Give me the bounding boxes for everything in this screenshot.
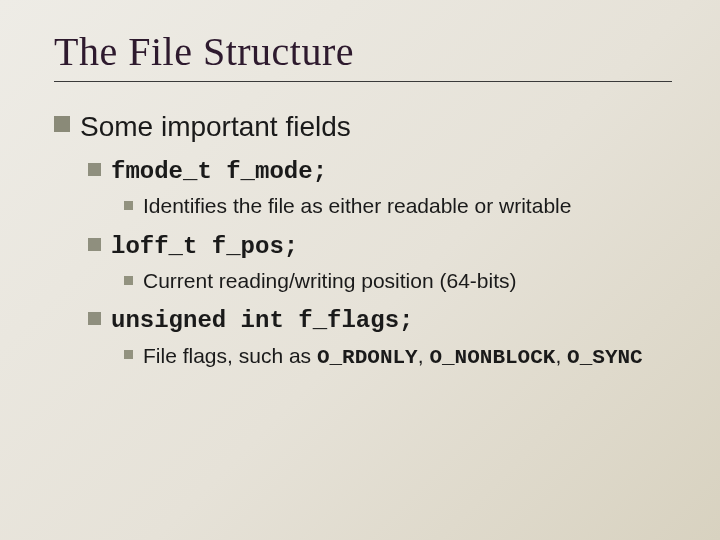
slide: The File Structure Some important fields… [0, 0, 720, 540]
code-text: unsigned int f_flags; [111, 305, 413, 337]
flag-code: O_SYNC [567, 346, 643, 369]
bullet-lvl2: unsigned int f_flags; [88, 305, 672, 337]
bullet-lvl1: Some important fields [54, 108, 672, 146]
flag-code: O_NONBLOCK [429, 346, 555, 369]
desc-text: File flags, such as O_RDONLY, O_NONBLOCK… [143, 342, 643, 372]
bullet-lvl2: fmode_t f_mode; [88, 156, 672, 188]
square-bullet-icon [124, 201, 133, 210]
lvl1-text: Some important fields [80, 108, 351, 146]
code-text: loff_t f_pos; [111, 231, 298, 263]
square-bullet-icon [124, 350, 133, 359]
title-underline [54, 81, 672, 82]
bullet-lvl3: Identifies the file as either readable o… [124, 192, 672, 220]
code-text: fmode_t f_mode; [111, 156, 327, 188]
desc-prefix: File flags, such as [143, 344, 317, 367]
flag-code: O_RDONLY [317, 346, 418, 369]
square-bullet-icon [124, 276, 133, 285]
bullet-lvl3: Current reading/writing position (64-bit… [124, 267, 672, 295]
square-bullet-icon [88, 312, 101, 325]
slide-title: The File Structure [54, 28, 672, 75]
square-bullet-icon [88, 238, 101, 251]
square-bullet-icon [88, 163, 101, 176]
desc-text: Current reading/writing position (64-bit… [143, 267, 517, 295]
square-bullet-icon [54, 116, 70, 132]
desc-text: Identifies the file as either readable o… [143, 192, 571, 220]
bullet-lvl3: File flags, such as O_RDONLY, O_NONBLOCK… [124, 342, 672, 372]
bullet-lvl2: loff_t f_pos; [88, 231, 672, 263]
